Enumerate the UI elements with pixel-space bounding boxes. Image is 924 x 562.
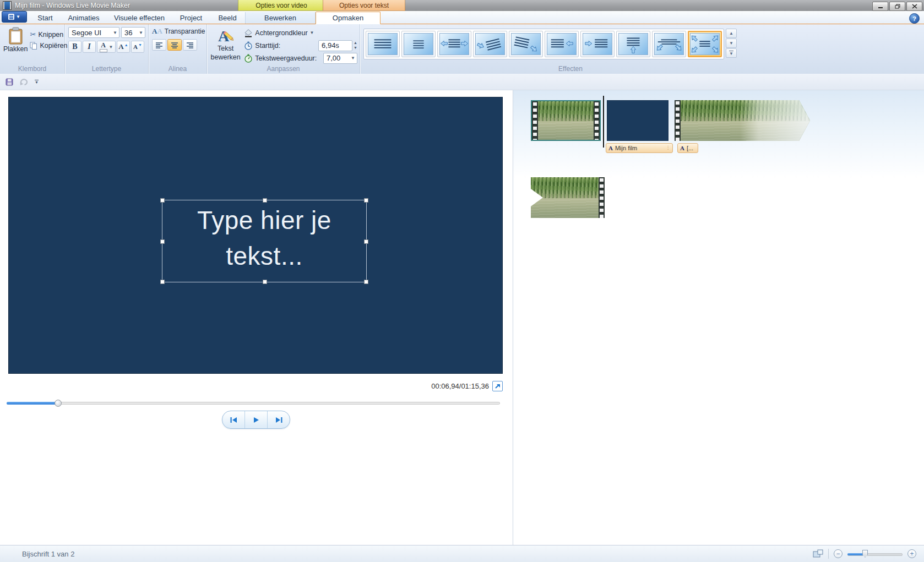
contextual-group-video[interactable]: Opties voor video bbox=[238, 0, 325, 11]
seek-thumb[interactable] bbox=[55, 400, 62, 407]
tab-beeld[interactable]: Beeld bbox=[210, 12, 245, 24]
tab-animaties[interactable]: Animaties bbox=[61, 12, 106, 24]
thumbnail-view-icon[interactable] bbox=[813, 549, 823, 558]
selection-handle[interactable] bbox=[160, 198, 165, 203]
gallery-scroll-down-button[interactable]: ▼ bbox=[726, 39, 737, 48]
contextual-group-tekst[interactable]: Opties voor tekst bbox=[323, 0, 405, 11]
preview-pane: Type hier je tekst... 00:06,94/01:15,36 bbox=[0, 90, 512, 545]
selection-handle[interactable] bbox=[160, 280, 165, 284]
window-title: Mijn film - Windows Live Movie Maker bbox=[15, 2, 130, 9]
caption-textbox[interactable]: Type hier je tekst... bbox=[162, 200, 367, 282]
fullscreen-popout-button[interactable] bbox=[492, 381, 503, 391]
group-klembord: Plakken ✂ Knippen Kopiëren Klembord bbox=[0, 24, 65, 74]
titlebar: Mijn film - Windows Live Movie Maker Opt… bbox=[0, 0, 924, 11]
tab-project[interactable]: Project bbox=[172, 12, 210, 24]
gallery-more-button[interactable]: ▼ bbox=[726, 48, 737, 58]
edit-text-button[interactable]: A Tekst bewerken bbox=[210, 27, 241, 64]
effect-tile-statisch[interactable] bbox=[366, 31, 400, 57]
zoom-out-button[interactable]: − bbox=[834, 549, 843, 558]
previous-frame-button[interactable] bbox=[222, 411, 245, 428]
tab-bewerken[interactable]: Bewerken bbox=[245, 12, 316, 24]
font-size-select[interactable]: 36 ▼ bbox=[121, 27, 145, 38]
zoom-slider[interactable] bbox=[847, 550, 903, 558]
tab-start[interactable]: Start bbox=[29, 12, 61, 24]
zoom-in-button[interactable]: + bbox=[907, 549, 916, 558]
caption-chip-title[interactable]: A Mijn film ⋮ bbox=[606, 143, 673, 153]
selection-handle[interactable] bbox=[364, 239, 368, 244]
storyboard-playhead[interactable] bbox=[603, 96, 604, 148]
gallery-scroll-up-button[interactable]: ▲ bbox=[726, 29, 737, 38]
font-family-select[interactable]: Segoe UI ▼ bbox=[68, 27, 119, 38]
close-button[interactable] bbox=[906, 2, 922, 11]
chevron-down-icon: ▼ bbox=[113, 30, 117, 35]
effect-tile-omhoog-schuiven[interactable] bbox=[616, 31, 650, 57]
application-menu-button[interactable]: ▼ bbox=[2, 11, 27, 23]
selection-handle[interactable] bbox=[364, 280, 368, 284]
video-preview[interactable]: Type hier je tekst... bbox=[8, 97, 503, 374]
duration-select[interactable]: 7,00 ▼ bbox=[323, 53, 357, 64]
video-clip-thumbnail-3[interactable] bbox=[531, 177, 605, 218]
transition-fade-overlay bbox=[675, 100, 810, 141]
effect-tile-zoom-nadruk[interactable] bbox=[688, 31, 722, 57]
effect-tile-horizontaal-schuiven[interactable] bbox=[437, 31, 471, 57]
italic-button[interactable]: I bbox=[83, 41, 96, 53]
tab-opmaken[interactable]: Opmaken bbox=[316, 12, 381, 24]
zoom-slider-thumb[interactable] bbox=[862, 550, 868, 558]
group-label-lettertype: Lettertype bbox=[65, 65, 148, 73]
effect-tile-schuiven-van-rechts[interactable] bbox=[545, 31, 579, 57]
align-center-button[interactable] bbox=[167, 39, 182, 51]
selection-handle[interactable] bbox=[364, 198, 368, 203]
seek-slider[interactable] bbox=[7, 400, 500, 407]
menu-icon bbox=[8, 14, 14, 20]
duration-label: Tekstweergaveduur: bbox=[255, 54, 317, 62]
effect-tile-schuiven-van-links[interactable] bbox=[580, 31, 615, 57]
effect-tile-filmisch-breed[interactable] bbox=[652, 31, 686, 57]
tab-visuele-effecten[interactable]: Visuele effecten bbox=[106, 12, 172, 24]
paste-button[interactable]: Plakken bbox=[3, 27, 28, 65]
color-swatch bbox=[100, 49, 107, 52]
spin-up-button[interactable]: ▲ bbox=[354, 41, 357, 45]
bold-button[interactable]: B bbox=[68, 41, 81, 53]
qat-customize-button[interactable]: ▼ bbox=[35, 80, 39, 84]
cut-button[interactable]: ✂ Knippen bbox=[30, 30, 67, 39]
restore-button[interactable] bbox=[889, 2, 905, 11]
effect-tile-vervagen[interactable] bbox=[401, 31, 436, 57]
next-frame-button[interactable] bbox=[268, 411, 290, 428]
video-clip-thumbnail-1[interactable] bbox=[531, 100, 601, 141]
play-button[interactable] bbox=[245, 411, 268, 428]
filmstrip-sprockets bbox=[599, 177, 605, 218]
app-icon bbox=[3, 1, 12, 10]
copy-button[interactable]: Kopiëren bbox=[30, 42, 67, 50]
effects-gallery bbox=[363, 29, 724, 59]
effect-tile-invliegen[interactable] bbox=[473, 31, 507, 57]
grow-font-button[interactable]: A ▲ bbox=[117, 41, 130, 53]
previous-frame-icon bbox=[230, 417, 238, 423]
effect-tile-uitvliegen-diagonaal[interactable] bbox=[509, 31, 543, 57]
transparency-button[interactable]: AA Transparantie bbox=[152, 27, 204, 36]
title-slide-thumbnail[interactable] bbox=[607, 100, 668, 141]
help-icon[interactable]: ? bbox=[909, 13, 920, 24]
align-left-button[interactable] bbox=[152, 39, 166, 51]
video-clip-thumbnail-2[interactable] bbox=[675, 100, 810, 141]
playback-timestamp: 00:06,94/01:15,36 bbox=[431, 382, 489, 390]
shrink-font-button[interactable]: A ▼ bbox=[131, 41, 144, 53]
selection-handle[interactable] bbox=[160, 239, 165, 244]
transparency-icon: AA bbox=[152, 27, 162, 36]
seek-track[interactable] bbox=[7, 402, 500, 405]
group-label-alinea: Alinea bbox=[149, 65, 206, 73]
video-frame-image bbox=[532, 101, 600, 140]
save-icon[interactable] bbox=[6, 78, 13, 86]
selection-handle[interactable] bbox=[263, 198, 267, 203]
caption-chip-label: [... bbox=[687, 145, 693, 151]
start-time-label: Starttijd: bbox=[255, 42, 280, 50]
align-right-button[interactable] bbox=[183, 39, 197, 51]
font-color-button[interactable]: A ▼ bbox=[97, 41, 116, 53]
spin-down-button[interactable]: ▼ bbox=[354, 46, 357, 50]
selection-handle[interactable] bbox=[263, 280, 267, 284]
caption-chip-short[interactable]: A [... bbox=[677, 143, 698, 153]
clipboard-icon bbox=[8, 27, 23, 45]
start-time-input[interactable]: 6,94s bbox=[318, 40, 352, 51]
drag-handle-icon[interactable]: ⋮ bbox=[666, 146, 670, 150]
background-color-button[interactable]: Achtergrondkleur ▼ bbox=[244, 27, 357, 39]
minimize-button[interactable] bbox=[872, 2, 888, 11]
